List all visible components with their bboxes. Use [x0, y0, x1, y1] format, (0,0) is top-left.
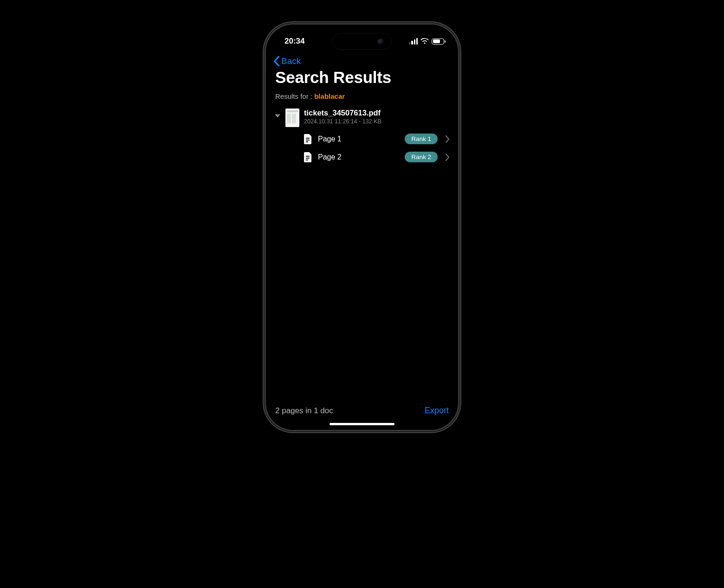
document-filename: tickets_34507613.pdf [304, 109, 381, 117]
status-time: 20:34 [284, 37, 304, 46]
home-indicator[interactable] [330, 423, 394, 425]
battery-icon [432, 38, 444, 45]
svg-rect-4 [306, 158, 310, 159]
results-prefix: Results for : [275, 92, 314, 100]
side-volume-down [265, 158, 265, 185]
search-query: blablacar [314, 92, 345, 100]
back-button[interactable]: Back [266, 53, 458, 67]
side-volume-up [265, 124, 265, 151]
chevron-right-icon [445, 153, 450, 161]
export-button[interactable]: Export [425, 406, 449, 415]
svg-rect-3 [306, 156, 310, 157]
cellular-icon [409, 38, 418, 45]
result-summary: 2 pages in 1 doc [275, 406, 333, 415]
chevron-left-icon [273, 56, 280, 66]
results-list: tickets_34507613.pdf 2024.10.31 11:26:14… [266, 106, 458, 402]
wifi-icon [420, 38, 429, 45]
side-silence-switch [265, 96, 265, 111]
svg-rect-1 [306, 140, 310, 141]
bottom-toolbar: 2 pages in 1 doc Export [266, 402, 458, 421]
document-row[interactable]: tickets_34507613.pdf 2024.10.31 11:26:14… [274, 106, 450, 130]
document-meta: tickets_34507613.pdf 2024.10.31 11:26:14… [304, 109, 381, 125]
status-indicators [409, 38, 444, 45]
back-label: Back [281, 56, 301, 66]
page-row[interactable]: Page 2 Rank 2 [274, 148, 450, 166]
results-subtitle: Results for : blablacar [266, 91, 458, 106]
side-power-button [459, 138, 459, 182]
page-row[interactable]: Page 1 Rank 1 [274, 130, 450, 148]
dynamic-island [332, 33, 392, 50]
svg-rect-0 [306, 138, 310, 139]
screen: 20:34 Back Search Results [266, 25, 458, 430]
svg-rect-2 [306, 141, 308, 142]
page-label: Page 2 [318, 153, 399, 161]
disclosure-triangle-icon[interactable] [274, 113, 281, 119]
page-label: Page 1 [318, 135, 399, 143]
svg-rect-5 [306, 160, 308, 160]
page-icon [303, 152, 312, 162]
rank-badge: Rank 1 [405, 134, 438, 144]
document-thumbnail [285, 109, 299, 127]
chevron-right-icon [445, 135, 450, 143]
document-meta-text: 2024.10.31 11:26:14 - 132 KB [304, 118, 381, 125]
page-icon [303, 134, 312, 144]
rank-badge: Rank 2 [405, 152, 438, 162]
phone-frame: 20:34 Back Search Results [265, 23, 459, 431]
page-title: Search Results [266, 67, 458, 91]
